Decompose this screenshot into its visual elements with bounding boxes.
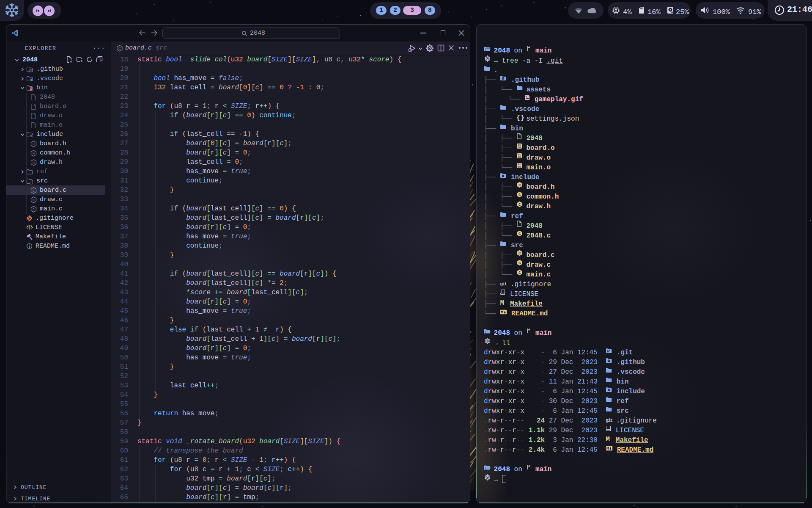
svg-text:C: C	[518, 203, 521, 207]
svg-text:C: C	[518, 271, 521, 275]
svg-text:10: 10	[518, 166, 521, 168]
svg-text:C: C	[33, 198, 35, 202]
svg-text:(): ()	[29, 181, 33, 185]
svg-text:H: H	[33, 161, 35, 165]
svg-text:H: H	[33, 152, 35, 155]
svg-text:C: C	[33, 189, 35, 193]
svg-text:10: 10	[518, 146, 521, 149]
svg-text:C: C	[518, 232, 521, 236]
svg-text:C: C	[518, 261, 521, 265]
svg-text:C: C	[118, 47, 121, 51]
svg-text:C: C	[518, 193, 521, 197]
svg-text:C: C	[33, 207, 35, 211]
svg-text:C: C	[518, 251, 521, 256]
svg-text:C: C	[518, 183, 521, 188]
svg-text:H: H	[33, 142, 35, 146]
svg-text:10: 10	[518, 156, 521, 159]
